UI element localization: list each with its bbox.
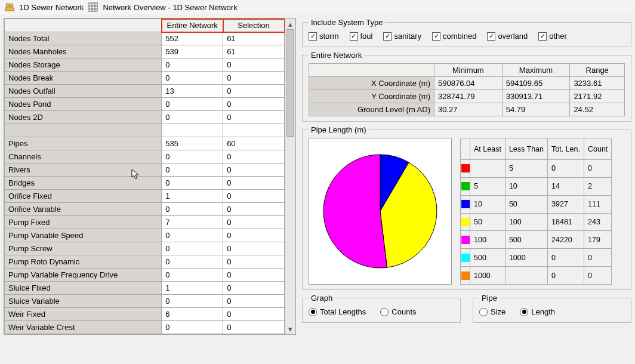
radio-icon — [479, 308, 488, 316]
pipe-swatch — [461, 160, 470, 178]
checkbox-label: other — [549, 32, 567, 41]
stats-row[interactable]: Orifice Variable00 — [5, 203, 285, 216]
stats-row-label: Pump Roto Dynamic — [5, 255, 162, 269]
graph-group: Graph Total LengthsCounts — [302, 294, 461, 323]
pipe-radio-length[interactable]: Length — [520, 307, 555, 316]
stats-row-entire: 0 — [162, 321, 223, 334]
stats-row[interactable]: Pipes53560 — [5, 137, 285, 150]
svg-rect-0 — [5, 8, 14, 11]
pipe-length-table: At Least Less Than Tot. Len. Count 50051… — [460, 138, 612, 285]
svg-point-2 — [10, 4, 13, 7]
extents-row: Ground Level (m AD)30.2754.7924.52 — [309, 103, 625, 116]
pipe-radio-size[interactable]: Size — [479, 307, 505, 316]
extents-row-max: 330913.71 — [502, 90, 570, 103]
title-network: 1D Sewer Network — [19, 3, 84, 12]
stats-row-entire: 539 — [162, 45, 223, 58]
stats-row[interactable]: Pump Variable Frequency Drive00 — [5, 269, 285, 282]
stats-row-selection: 0 — [223, 308, 285, 321]
pipe-swatch — [461, 249, 470, 267]
stats-row[interactable]: Pump Roto Dynamic00 — [5, 255, 285, 269]
stats-row-entire: 0 — [162, 242, 223, 255]
pipe-totlen: 14 — [548, 177, 584, 195]
pipe-totlen-header: Tot. Len. — [548, 138, 584, 160]
pipe-count: 0 — [584, 160, 611, 178]
stats-row-entire: 535 — [162, 137, 223, 150]
stats-row[interactable]: Sluice Fixed10 — [5, 282, 285, 295]
radio-label-text: Length — [531, 307, 555, 316]
pipe-totlen: 0 — [548, 249, 584, 267]
stats-row[interactable]: Pump Variable Speed00 — [5, 229, 285, 242]
stats-row[interactable]: Nodes Pond00 — [5, 98, 285, 111]
stats-row[interactable] — [5, 124, 285, 137]
stats-row-label: Bridges — [5, 177, 162, 190]
svg-rect-3 — [89, 3, 97, 11]
pipe-atleast: 5 — [470, 177, 505, 195]
checkbox-label: overland — [498, 32, 528, 41]
stats-row-selection: 0 — [223, 321, 285, 334]
checkbox-icon: ✓ — [538, 32, 547, 41]
stats-row-selection: 61 — [223, 45, 285, 58]
stats-row-label: Pump Fixed — [5, 216, 162, 229]
stats-row-selection: 61 — [223, 32, 285, 45]
system-type-checkbox-sanitary[interactable]: ✓sanitary — [383, 32, 421, 41]
stats-row-entire: 0 — [162, 111, 223, 124]
stats-row[interactable]: Nodes Manholes53961 — [5, 45, 285, 58]
stats-row[interactable]: Orifice Fixed10 — [5, 190, 285, 203]
stats-row[interactable]: Pump Screw00 — [5, 242, 285, 255]
scroll-up-icon[interactable]: ▴ — [285, 18, 295, 29]
stats-row[interactable]: Nodes Storage00 — [5, 58, 285, 72]
stats-scrollbar[interactable]: ▴ ▾ — [285, 18, 295, 334]
stats-row[interactable]: Weir Fixed60 — [5, 308, 285, 321]
pipe-totlen: 24220 — [548, 231, 584, 249]
stats-header-selection[interactable]: Selection — [223, 19, 285, 32]
stats-row-label: Nodes 2D — [5, 111, 162, 124]
pie-chart — [309, 138, 452, 285]
stats-row[interactable]: Nodes 2D00 — [5, 111, 285, 124]
stats-row[interactable]: Nodes Total55261 — [5, 32, 285, 45]
scroll-thumb[interactable] — [286, 29, 294, 137]
checkbox-label: foul — [360, 32, 373, 41]
svg-point-1 — [6, 4, 10, 7]
stats-row-entire — [162, 124, 223, 137]
system-type-checkbox-storm[interactable]: ✓storm — [309, 32, 339, 41]
stats-row[interactable]: Rivers00 — [5, 164, 285, 177]
pipe-count-header: Count — [584, 138, 611, 160]
pipe-lessthan: 1000 — [505, 249, 547, 267]
system-type-checkbox-overland[interactable]: ✓overland — [487, 32, 528, 41]
extents-row-label: X Coordinate (m) — [309, 77, 434, 90]
stats-row[interactable]: Sluice Variable00 — [5, 295, 285, 308]
stats-row-entire: 7 — [162, 216, 223, 229]
stats-row-label: Sluice Variable — [5, 295, 162, 308]
pipe-lessthan: 100 — [505, 213, 547, 231]
stats-row[interactable]: Bridges00 — [5, 177, 285, 190]
stats-row[interactable]: Channels00 — [5, 150, 285, 164]
pipe-count: 243 — [584, 213, 611, 231]
stats-table: Entire Network Selection Nodes Total5526… — [4, 18, 285, 334]
system-type-checkbox-combined[interactable]: ✓combined — [432, 32, 476, 41]
stats-row-entire: 0 — [162, 164, 223, 177]
stats-row[interactable]: Weir Variable Crest00 — [5, 321, 285, 334]
stats-row-entire: 0 — [162, 203, 223, 216]
stats-row-selection: 0 — [223, 216, 285, 229]
checkbox-label: sanitary — [394, 32, 421, 41]
graph-radio-counts[interactable]: Counts — [380, 307, 416, 316]
graph-radio-total-lengths[interactable]: Total Lengths — [309, 307, 366, 316]
stats-row[interactable]: Nodes Outfall130 — [5, 85, 285, 98]
system-type-checkbox-foul[interactable]: ✓foul — [350, 32, 373, 41]
system-type-checkbox-other[interactable]: ✓other — [538, 32, 567, 41]
stats-row-entire: 0 — [162, 150, 223, 164]
stats-row-selection: 0 — [223, 98, 285, 111]
checkbox-icon: ✓ — [350, 32, 358, 41]
radio-label-text: Total Lengths — [320, 307, 366, 316]
stats-header-entire[interactable]: Entire Network — [162, 19, 223, 32]
stats-row-label: Rivers — [5, 164, 162, 177]
stats-row[interactable]: Nodes Break00 — [5, 72, 285, 85]
pipe-group: Pipe SizeLength — [473, 294, 631, 323]
pipe-swatch-header — [461, 138, 470, 160]
stats-row-entire: 1 — [162, 190, 223, 203]
stats-row-label: Pump Variable Speed — [5, 229, 162, 242]
stats-header-blank — [5, 19, 162, 32]
stats-row[interactable]: Pump Fixed70 — [5, 216, 285, 229]
scroll-down-icon[interactable]: ▾ — [285, 323, 295, 334]
stats-row-label: Pipes — [5, 137, 162, 150]
